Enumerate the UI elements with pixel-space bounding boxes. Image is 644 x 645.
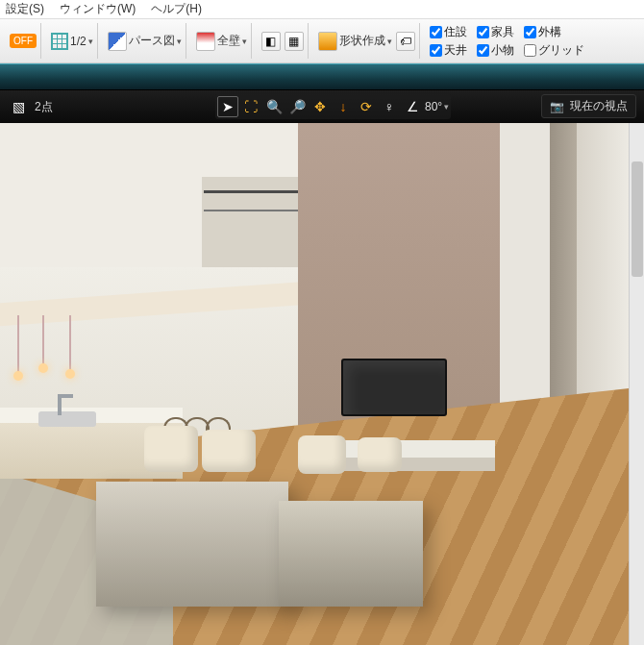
render-tv	[341, 359, 447, 416]
snap-toggle[interactable]: OFF	[10, 34, 37, 48]
wall-icon	[196, 32, 215, 51]
3d-viewport[interactable]	[0, 123, 644, 645]
view-mode-dropdown[interactable]: パース図	[108, 32, 182, 51]
camera-viewpoint-dropdown[interactable]: 📷 現在の視点	[541, 94, 636, 118]
tool-button-2[interactable]: ▦	[285, 32, 304, 51]
render-pendant-1	[17, 315, 19, 373]
view-tool-cluster: ➤ ⛶ 🔍 🔎 ✥ ↓ ⟳ ♀ ∠ 80° ▾	[215, 94, 451, 119]
light-icon[interactable]: ♀	[379, 96, 400, 117]
render-pendant-2	[42, 315, 44, 365]
menu-window[interactable]: ウィンドウ(W)	[60, 1, 136, 17]
fit-view-icon[interactable]: ⛶	[240, 96, 261, 117]
menu-help[interactable]: ヘルプ(H)	[151, 1, 202, 17]
chk-exterior[interactable]: 外構	[524, 24, 584, 40]
pan-icon[interactable]: ✥	[310, 96, 331, 117]
camera-icon: 📷	[550, 100, 564, 113]
menu-bar: 設定(S) ウィンドウ(W) ヘルプ(H)	[0, 0, 644, 19]
render-pendant-3	[69, 315, 71, 371]
select-tool-icon[interactable]: ➤	[217, 96, 238, 117]
angle-icon[interactable]: ∠	[402, 96, 423, 117]
panel-title-bar	[0, 63, 644, 90]
shape-create-dropdown[interactable]: 形状作成	[318, 32, 392, 51]
grid-scale-label: 1/2	[70, 35, 87, 48]
scrollbar-thumb[interactable]	[632, 161, 643, 277]
shape-icon	[318, 32, 337, 51]
viewport-scrollbar[interactable]	[629, 123, 644, 645]
shape-create-label: 形状作成	[339, 33, 385, 49]
tool-button-1[interactable]: ◧	[261, 32, 281, 51]
view-mode-label: パース図	[129, 33, 175, 49]
angle-dropdown-icon[interactable]: ▾	[444, 102, 449, 112]
visibility-checkbox-grid: 住設 家具 外構 天井 小物 グリッド	[430, 24, 584, 59]
angle-value: 80°	[425, 100, 442, 113]
chk-accessory[interactable]: 小物	[477, 42, 514, 59]
plan-icon[interactable]: ▧	[8, 96, 29, 117]
render-faucet	[58, 394, 62, 415]
wall-mode-dropdown[interactable]: 全壁	[196, 32, 247, 51]
chk-equipment[interactable]: 住設	[430, 24, 467, 40]
wall-mode-label: 全壁	[217, 33, 240, 49]
menu-settings[interactable]: 設定(S)	[6, 1, 44, 17]
chk-furniture[interactable]: 家具	[477, 24, 514, 40]
render-rail2	[204, 210, 300, 211]
viewport-toolbar: ▧ 2点 ➤ ⛶ 🔍 🔎 ✥ ↓ ⟳ ♀ ∠ 80° ▾ 📷 現在の視点	[0, 90, 644, 123]
grid-icon	[51, 33, 68, 50]
render-sofa	[96, 443, 423, 607]
render-sink	[38, 411, 96, 427]
down-arrow-icon[interactable]: ↓	[333, 96, 354, 117]
tag-button[interactable]: 🏷	[396, 32, 415, 51]
zoom-in-icon[interactable]: 🔍	[263, 96, 285, 117]
orbit-icon[interactable]: ⟳	[356, 96, 377, 117]
perspective-icon	[108, 32, 127, 51]
grid-scale-dropdown[interactable]: 1/2	[51, 33, 93, 50]
chk-grid[interactable]: グリッド	[524, 42, 584, 59]
perspective-points-label[interactable]: 2点	[35, 99, 53, 115]
camera-viewpoint-label: 現在の視点	[570, 98, 628, 114]
render-rail	[204, 190, 300, 193]
zoom-out-icon[interactable]: 🔎	[286, 96, 308, 117]
chk-ceiling[interactable]: 天井	[430, 42, 467, 59]
main-toolbar: OFF 1/2 パース図 全壁 ◧ ▦ 形状作成 🏷 住設 家具 外構	[0, 19, 644, 63]
